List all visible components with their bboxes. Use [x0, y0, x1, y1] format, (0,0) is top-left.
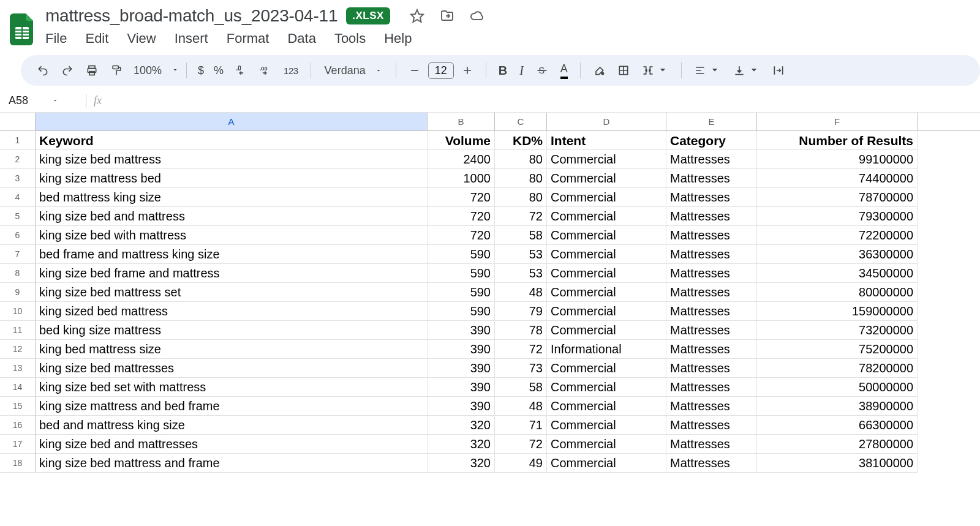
cell[interactable]: 53	[495, 245, 547, 264]
cell[interactable]: Mattresses	[666, 416, 757, 435]
table-row[interactable]: king size bed set with mattress39058Comm…	[36, 378, 980, 397]
cell[interactable]: Commercial	[547, 435, 666, 454]
cell[interactable]: bed king size mattress	[36, 321, 428, 340]
cell[interactable]: Informational	[547, 340, 666, 359]
table-row[interactable]: king size mattress and bed frame39048Com…	[36, 397, 980, 416]
table-row[interactable]: king size bed mattresses39073CommercialM…	[36, 359, 980, 378]
table-row[interactable]: king size bed with mattress72058Commerci…	[36, 226, 980, 245]
table-row[interactable]: king sized bed mattress59079CommercialMa…	[36, 302, 980, 321]
cell[interactable]: 36300000	[757, 245, 918, 264]
table-row[interactable]: king size bed and mattress72072Commercia…	[36, 207, 980, 226]
col-header-d[interactable]: D	[547, 113, 666, 130]
cell[interactable]: 720	[428, 207, 495, 226]
menu-tools[interactable]: Tools	[334, 31, 366, 47]
cell[interactable]: 590	[428, 245, 495, 264]
cell[interactable]: Mattresses	[666, 340, 757, 359]
row-header[interactable]: 12	[0, 340, 36, 359]
cell[interactable]: king size bed and mattress	[36, 207, 428, 226]
row-headers[interactable]: 123456789101112131415161718	[0, 131, 36, 473]
cell[interactable]: Commercial	[547, 454, 666, 473]
cell[interactable]: 50000000	[757, 378, 918, 397]
cell[interactable]: Commercial	[547, 397, 666, 416]
cell[interactable]: 390	[428, 321, 495, 340]
header-cell[interactable]: Volume	[428, 131, 495, 150]
cell[interactable]: Commercial	[547, 416, 666, 435]
zoom-dropdown[interactable]: 100%	[130, 62, 179, 80]
cell[interactable]: 99100000	[757, 150, 918, 169]
star-icon[interactable]	[410, 9, 424, 23]
cell[interactable]: 390	[428, 378, 495, 397]
cell[interactable]: 73200000	[757, 321, 918, 340]
cell[interactable]: Mattresses	[666, 169, 757, 188]
cell[interactable]: Mattresses	[666, 150, 757, 169]
text-wrap-button[interactable]	[767, 61, 790, 80]
cell[interactable]: 48	[495, 283, 547, 302]
cell[interactable]: Mattresses	[666, 188, 757, 207]
cell[interactable]: 73	[495, 359, 547, 378]
menu-view[interactable]: View	[127, 31, 156, 47]
increase-decimal-button[interactable]: .00	[254, 61, 276, 80]
cell[interactable]: 78200000	[757, 359, 918, 378]
strikethrough-button[interactable]: S	[531, 61, 553, 80]
cell[interactable]: Commercial	[547, 321, 666, 340]
cell[interactable]: king bed mattress size	[36, 340, 428, 359]
cell[interactable]: 72	[495, 340, 547, 359]
undo-button[interactable]	[32, 61, 54, 80]
menu-file[interactable]: File	[45, 31, 67, 47]
cell[interactable]: 75200000	[757, 340, 918, 359]
cell[interactable]: king size bed mattress	[36, 150, 428, 169]
cell[interactable]: king size bed and mattresses	[36, 435, 428, 454]
menu-help[interactable]: Help	[384, 31, 412, 47]
cell[interactable]: 390	[428, 359, 495, 378]
cell[interactable]: 590	[428, 283, 495, 302]
cell[interactable]: 80	[495, 150, 547, 169]
cell[interactable]: Mattresses	[666, 302, 757, 321]
cell[interactable]: 320	[428, 435, 495, 454]
cell[interactable]: Mattresses	[666, 321, 757, 340]
cell[interactable]: 2400	[428, 150, 495, 169]
table-header-row[interactable]: KeywordVolumeKD%IntentCategoryNumber of …	[36, 131, 980, 150]
cell[interactable]: 74400000	[757, 169, 918, 188]
header-cell[interactable]: Category	[666, 131, 757, 150]
cell[interactable]: 720	[428, 188, 495, 207]
cell[interactable]: 78	[495, 321, 547, 340]
font-family-dropdown[interactable]: Verdana	[318, 64, 388, 77]
row-header[interactable]: 4	[0, 188, 36, 207]
cell[interactable]: Commercial	[547, 226, 666, 245]
cell[interactable]: 720	[428, 226, 495, 245]
cell[interactable]: bed mattress king size	[36, 188, 428, 207]
cell[interactable]: king size mattress and bed frame	[36, 397, 428, 416]
cell[interactable]: 58	[495, 226, 547, 245]
cell[interactable]: 72	[495, 207, 547, 226]
cell[interactable]: 71	[495, 416, 547, 435]
cell[interactable]: bed and mattress king size	[36, 416, 428, 435]
cell[interactable]: 72	[495, 435, 547, 454]
cell[interactable]: king size bed frame and mattress	[36, 264, 428, 283]
menu-data[interactable]: Data	[287, 31, 315, 47]
col-header-f[interactable]: F	[757, 113, 918, 130]
cell[interactable]: Commercial	[547, 188, 666, 207]
row-header[interactable]: 14	[0, 378, 36, 397]
doc-title[interactable]: mattress_broad-match_us_2023-04-11	[45, 6, 337, 26]
cell[interactable]: king size mattress bed	[36, 169, 428, 188]
fill-color-button[interactable]	[588, 61, 610, 80]
cell[interactable]: 53	[495, 264, 547, 283]
cell[interactable]: 79	[495, 302, 547, 321]
row-header[interactable]: 6	[0, 226, 36, 245]
cell[interactable]: Mattresses	[666, 454, 757, 473]
currency-format-button[interactable]: $	[194, 62, 208, 80]
header-cell[interactable]: Intent	[547, 131, 666, 150]
menu-edit[interactable]: Edit	[85, 31, 108, 47]
vertical-align-button[interactable]	[728, 60, 765, 81]
cell[interactable]: bed frame and mattress king size	[36, 245, 428, 264]
header-cell[interactable]: KD%	[495, 131, 547, 150]
cell[interactable]: 78700000	[757, 188, 918, 207]
cell[interactable]: Commercial	[547, 378, 666, 397]
italic-button[interactable]: I	[514, 60, 529, 81]
cell[interactable]: Mattresses	[666, 226, 757, 245]
cell[interactable]: 48	[495, 397, 547, 416]
cell[interactable]: 38900000	[757, 397, 918, 416]
cell[interactable]: 159000000	[757, 302, 918, 321]
borders-button[interactable]	[612, 61, 635, 80]
move-to-folder-icon[interactable]	[440, 9, 454, 23]
